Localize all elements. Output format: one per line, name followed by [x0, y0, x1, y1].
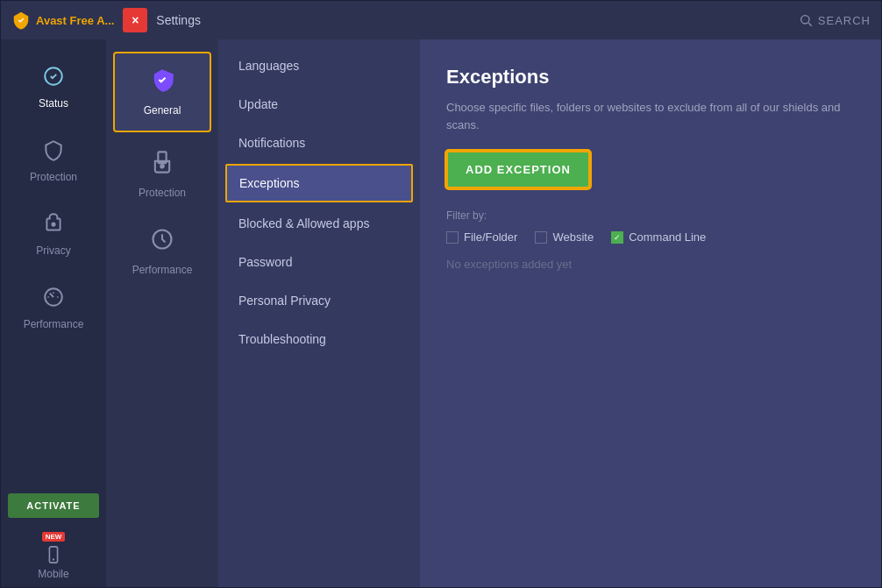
close-button[interactable]: × — [123, 8, 147, 32]
menu-item-password[interactable]: Password — [218, 243, 420, 281]
performance-nav-icon — [150, 227, 174, 257]
svg-point-3 — [52, 223, 54, 225]
mobile-icon — [44, 545, 63, 564]
filter-options: File/Folder Website ✓ Command Line — [446, 230, 855, 244]
nav-item-performance[interactable]: Performance — [106, 213, 218, 290]
avast-logo-icon — [11, 11, 31, 30]
sidebar-item-status[interactable]: Status — [1, 48, 106, 122]
menu-item-personal-privacy[interactable]: Personal Privacy — [218, 281, 420, 320]
search-icon — [799, 13, 813, 27]
svg-line-1 — [808, 23, 811, 25]
menu-item-languages[interactable]: Languages — [218, 46, 420, 85]
filter-file-folder[interactable]: File/Folder — [446, 230, 517, 244]
menu-item-exceptions[interactable]: Exceptions — [225, 164, 413, 202]
filter-label: Filter by: — [446, 209, 855, 222]
app-name: Avast Free A... — [36, 14, 114, 27]
mobile-item[interactable]: NEW Mobile — [1, 525, 106, 587]
menu-items: Languages Update Notifications Exception… — [218, 39, 420, 587]
nav-item-general[interactable]: General — [113, 52, 211, 132]
window-title: Settings — [156, 13, 201, 27]
menu-item-notifications[interactable]: Notifications — [218, 124, 420, 162]
page-title: Exceptions — [446, 66, 855, 89]
sidebar-status-label: Status — [39, 97, 68, 110]
privacy-icon — [38, 208, 69, 239]
sidebar-item-performance[interactable]: Performance — [1, 269, 106, 343]
filter-section: Filter by: File/Folder Website ✓ Command… — [446, 209, 855, 244]
menu-item-blocked-allowed[interactable]: Blocked & Allowed apps — [218, 204, 420, 243]
file-folder-checkbox[interactable] — [446, 231, 459, 244]
sidebar-item-protection[interactable]: Protection — [1, 122, 106, 195]
sidebar-performance-label: Performance — [24, 318, 84, 330]
mobile-label: Mobile — [38, 568, 68, 580]
file-folder-label: File/Folder — [464, 230, 517, 244]
menu-item-troubleshooting[interactable]: Troubleshooting — [218, 320, 420, 358]
main-content: Status Protection Privacy — [1, 39, 881, 587]
sidebar-protection-label: Protection — [30, 171, 77, 183]
sidebar-bottom: ACTIVATE NEW Mobile — [1, 486, 106, 587]
performance-nav-label: Performance — [132, 264, 193, 276]
nav-item-protection[interactable]: Protection — [106, 136, 218, 213]
activate-button[interactable]: ACTIVATE — [8, 493, 99, 518]
filter-command-line[interactable]: ✓ Command Line — [611, 230, 706, 244]
protection-icon — [38, 134, 69, 166]
svg-point-0 — [800, 16, 808, 24]
add-exception-button[interactable]: ADD EXCEPTION — [446, 151, 590, 188]
sidebar: Status Protection Privacy — [1, 39, 106, 587]
panel-description: Choose specific files, folders or websit… — [446, 99, 855, 133]
new-badge: NEW — [42, 532, 66, 542]
sidebar-privacy-label: Privacy — [36, 244, 70, 257]
website-checkbox[interactable] — [535, 231, 547, 244]
sidebar-item-privacy[interactable]: Privacy — [1, 195, 106, 269]
performance-icon — [38, 281, 69, 313]
search-label: SEARCH — [818, 14, 871, 27]
command-line-label: Command Line — [629, 230, 706, 244]
protection-nav-icon — [150, 150, 174, 180]
app-logo: Avast Free A... — [11, 11, 114, 30]
general-nav-icon — [150, 67, 174, 97]
protection-nav-label: Protection — [139, 187, 186, 199]
website-label: Website — [552, 230, 594, 244]
filter-website[interactable]: Website — [535, 230, 594, 244]
svg-point-8 — [160, 165, 164, 168]
no-exceptions-text: No exceptions added yet — [446, 258, 855, 271]
search-button[interactable]: SEARCH — [799, 13, 871, 27]
settings-nav: General Protection — [106, 39, 218, 587]
status-icon — [38, 60, 69, 92]
menu-item-update[interactable]: Update — [218, 85, 420, 124]
title-bar: Avast Free A... × Settings SEARCH — [1, 1, 881, 39]
main-panel: Exceptions Choose specific files, folder… — [420, 39, 881, 587]
general-nav-label: General — [144, 104, 181, 117]
command-line-checkbox[interactable]: ✓ — [611, 231, 623, 244]
app-container: Avast Free A... × Settings SEARCH Sta — [0, 0, 882, 588]
